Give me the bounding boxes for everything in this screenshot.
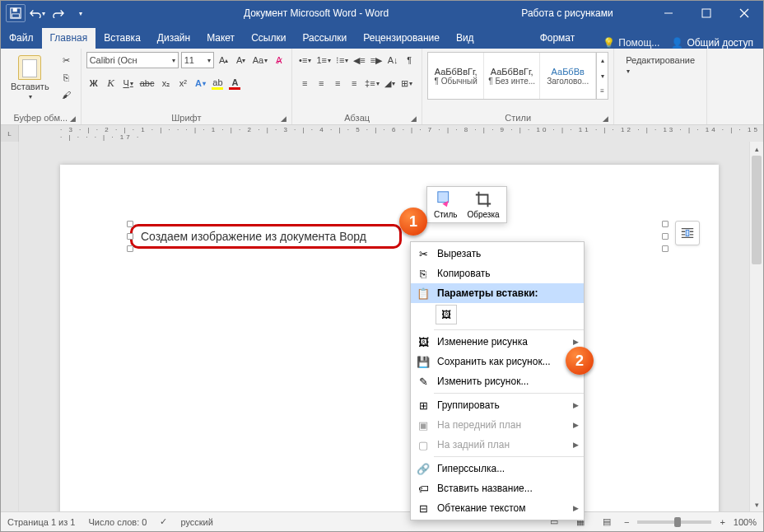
- italic-button[interactable]: К: [104, 75, 119, 91]
- tab-file[interactable]: Файл: [1, 28, 42, 49]
- menu-edit-picture[interactable]: ✎Изменить рисунок...: [411, 371, 584, 391]
- styles-gallery[interactable]: АаБбВвГг,¶ Обычный АаБбВвГг,¶ Без инте..…: [427, 52, 608, 100]
- style-nospacing[interactable]: АаБбВвГг,¶ Без инте...: [484, 53, 540, 99]
- font-name-picker[interactable]: Calibri (Осн▾: [86, 52, 179, 68]
- tab-mailings[interactable]: Рассылки: [294, 28, 355, 49]
- align-right-icon[interactable]: ≡: [330, 75, 345, 91]
- grow-font-icon[interactable]: A▴: [217, 52, 231, 68]
- vertical-ruler[interactable]: [1, 142, 19, 512]
- style-heading1[interactable]: АаБбВвЗаголово...: [540, 53, 596, 99]
- maximize-button[interactable]: [687, 1, 725, 26]
- font-color-icon[interactable]: A: [227, 75, 242, 91]
- resize-handle[interactable]: [127, 233, 133, 240]
- resize-handle[interactable]: [127, 221, 133, 227]
- menu-send-back[interactable]: ▢На задний план▶: [411, 435, 584, 455]
- highlight-icon[interactable]: ab: [210, 75, 225, 91]
- qat-customize-icon[interactable]: ▾: [70, 4, 90, 22]
- scroll-down-icon[interactable]: ▾: [750, 497, 763, 511]
- bold-button[interactable]: Ж: [86, 75, 101, 91]
- copy-icon[interactable]: ⎘: [58, 69, 76, 86]
- tell-me[interactable]: 💡Помощ...: [603, 37, 659, 49]
- tab-references[interactable]: Ссылки: [243, 28, 294, 49]
- tab-review[interactable]: Рецензирование: [355, 28, 448, 49]
- tab-view[interactable]: Вид: [448, 28, 482, 49]
- numbering-icon[interactable]: 1≡▾: [314, 52, 333, 68]
- status-page[interactable]: Страница 1 из 1: [7, 517, 75, 527]
- gallery-down-icon[interactable]: ▾: [597, 68, 608, 84]
- resize-handle[interactable]: [662, 245, 668, 252]
- paste-option-picture[interactable]: 🖼: [436, 305, 457, 324]
- minimize-button[interactable]: [650, 1, 687, 26]
- paste-button[interactable]: Вставить ▾: [6, 52, 54, 102]
- share-button[interactable]: 👤Общий доступ: [671, 37, 753, 49]
- mini-style-button[interactable]: Стиль: [429, 189, 462, 221]
- menu-insert-caption[interactable]: 🏷Вставить название...: [411, 478, 584, 498]
- superscript-button[interactable]: x²: [175, 75, 190, 91]
- subscript-button[interactable]: x₂: [158, 75, 173, 91]
- dialog-launcher-icon[interactable]: ◢: [603, 114, 608, 123]
- line-spacing-icon[interactable]: ‡≡▾: [363, 75, 381, 91]
- dialog-launcher-icon[interactable]: ◢: [411, 114, 417, 123]
- scroll-thumb[interactable]: [752, 156, 762, 264]
- show-marks-icon[interactable]: ¶: [402, 52, 417, 68]
- tab-design[interactable]: Дизайн: [149, 28, 198, 49]
- font-size-picker[interactable]: 11▾: [181, 52, 214, 68]
- zoom-in-icon[interactable]: +: [720, 517, 724, 527]
- proofing-icon[interactable]: ✓: [160, 516, 167, 527]
- menu-copy[interactable]: ⎘Копировать: [411, 264, 584, 283]
- document-scroll-area[interactable]: Создаем изображение из документа Ворд: [19, 142, 763, 512]
- resize-handle[interactable]: [127, 245, 133, 252]
- tab-insert[interactable]: Вставка: [96, 28, 149, 49]
- borders-icon[interactable]: ⊞▾: [399, 75, 414, 91]
- strikethrough-button[interactable]: abc: [138, 75, 156, 91]
- tab-layout[interactable]: Макет: [198, 28, 243, 49]
- dialog-launcher-icon[interactable]: ◢: [70, 114, 76, 123]
- zoom-level[interactable]: 100%: [734, 517, 757, 527]
- gallery-up-icon[interactable]: ▴: [597, 53, 608, 68]
- layout-options-button[interactable]: [675, 221, 700, 245]
- change-case-icon[interactable]: Aa▾: [251, 52, 269, 68]
- sort-icon[interactable]: A↓: [385, 52, 400, 68]
- increase-indent-icon[interactable]: ≡▶: [369, 52, 384, 68]
- editing-button[interactable]: Редактирование▾: [619, 52, 701, 78]
- redo-icon[interactable]: [49, 4, 68, 22]
- align-center-icon[interactable]: ≡: [314, 75, 328, 91]
- resize-handle[interactable]: [662, 221, 668, 227]
- scroll-up-icon[interactable]: ▴: [750, 142, 763, 156]
- decrease-indent-icon[interactable]: ◀≡: [352, 52, 366, 68]
- multilevel-icon[interactable]: ⁝≡▾: [334, 52, 350, 68]
- menu-change-picture[interactable]: 🖼Изменение рисунка▶: [411, 332, 584, 352]
- shading-icon[interactable]: ◢▾: [383, 75, 398, 91]
- menu-save-as-picture[interactable]: 💾Сохранить как рисунок...: [411, 352, 584, 371]
- mini-crop-button[interactable]: Обрезка: [462, 189, 504, 221]
- menu-bring-front[interactable]: ▣На передний план▶: [411, 415, 584, 435]
- vertical-scrollbar[interactable]: ▴ ▾: [749, 142, 763, 511]
- view-web-icon[interactable]: ▤: [598, 515, 616, 530]
- clear-formatting-icon[interactable]: A̷: [272, 52, 286, 68]
- document-page[interactable]: Создаем изображение из документа Ворд: [60, 165, 719, 512]
- undo-icon[interactable]: ▾: [27, 4, 47, 22]
- close-button[interactable]: [725, 1, 763, 26]
- format-painter-icon[interactable]: 🖌: [58, 86, 76, 103]
- cut-icon[interactable]: ✂: [58, 52, 76, 68]
- justify-icon[interactable]: ≡: [347, 75, 361, 91]
- tab-home[interactable]: Главная: [42, 28, 96, 49]
- gallery-more-icon[interactable]: ≡: [597, 83, 608, 99]
- horizontal-ruler[interactable]: L · 3 · | · 2 · | · 1 · | · · · | · 1 · …: [1, 125, 763, 142]
- dialog-launcher-icon[interactable]: ◢: [281, 114, 286, 123]
- style-normal[interactable]: АаБбВвГг,¶ Обычный: [428, 53, 484, 99]
- resize-handle[interactable]: [662, 233, 668, 240]
- menu-hyperlink[interactable]: 🔗Гиперссылка...: [411, 459, 584, 478]
- zoom-slider[interactable]: [637, 520, 711, 524]
- save-icon[interactable]: [6, 4, 26, 22]
- align-left-icon[interactable]: ≡: [297, 75, 312, 91]
- menu-wrap-text[interactable]: ⊟Обтекание текстом▶: [411, 498, 584, 518]
- shrink-font-icon[interactable]: A▾: [234, 52, 249, 68]
- underline-button[interactable]: Ч▾: [121, 75, 136, 91]
- selected-image-object[interactable]: Создаем изображение из документа Ворд: [130, 224, 665, 249]
- status-words[interactable]: Число слов: 0: [88, 517, 147, 527]
- tab-format[interactable]: Формат: [532, 28, 584, 49]
- menu-group[interactable]: ⊞Группировать▶: [411, 395, 584, 415]
- text-effects-icon[interactable]: A▾: [193, 75, 207, 91]
- zoom-out-icon[interactable]: −: [624, 517, 629, 527]
